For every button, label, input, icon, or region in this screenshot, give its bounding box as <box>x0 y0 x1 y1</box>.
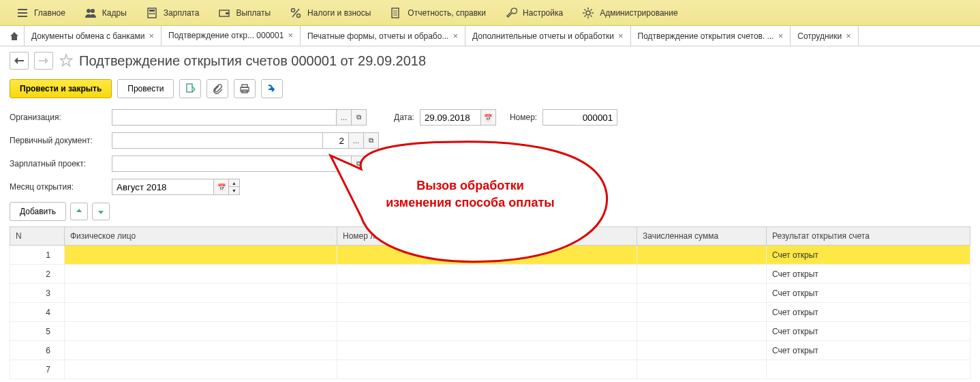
tab-confirmation2[interactable]: Подтверждение открытия счетов. ... × <box>631 26 791 46</box>
col-n[interactable]: N <box>10 227 65 246</box>
arrow-left-icon <box>14 57 24 64</box>
spinner-up[interactable]: ▲ <box>229 179 239 187</box>
wallet-icon <box>218 7 230 19</box>
calendar-button[interactable]: 📅 <box>481 109 496 126</box>
report-icon <box>390 7 402 19</box>
table-row[interactable]: 6 Счет открыт <box>10 341 970 360</box>
svg-rect-8 <box>151 13 153 14</box>
table-row[interactable]: 3 Счет открыт <box>10 284 970 303</box>
cell-account <box>337 303 637 322</box>
menu-label: Налоги и взносы <box>307 8 371 18</box>
date-label: Дата: <box>394 113 414 122</box>
menu-otchetnost[interactable]: Отчетность, справки <box>380 0 495 26</box>
menu-label: Администрирование <box>600 8 677 18</box>
svg-point-13 <box>297 14 301 17</box>
close-icon[interactable]: × <box>778 31 784 41</box>
cell-n: 3 <box>10 284 65 303</box>
gear-icon <box>582 7 594 19</box>
cell-person <box>65 341 337 360</box>
col-sum[interactable]: Зачисленная сумма <box>637 227 767 246</box>
post-button[interactable]: Провести <box>117 79 174 98</box>
process-button[interactable] <box>261 79 283 98</box>
svg-point-19 <box>586 11 590 15</box>
open-button[interactable]: ⧉ <box>352 156 367 172</box>
close-icon[interactable]: × <box>453 31 458 41</box>
cell-sum <box>637 322 767 341</box>
cell-n: 7 <box>10 360 65 379</box>
open-button[interactable]: ⧉ <box>352 109 367 126</box>
project-input[interactable] <box>112 156 352 172</box>
open-button[interactable]: ⧉ <box>364 132 379 149</box>
org-label: Организация: <box>10 113 105 122</box>
primdoc-input2[interactable] <box>323 132 349 149</box>
document-icon <box>185 83 196 94</box>
tab-label: Документы обмена с банками <box>31 31 144 41</box>
col-person[interactable]: Физическое лицо <box>65 227 337 246</box>
dots-button[interactable]: … <box>337 109 352 126</box>
close-icon[interactable]: × <box>846 31 851 41</box>
svg-point-4 <box>91 9 95 13</box>
menu-kadry[interactable]: Кадры <box>75 0 136 26</box>
menu-nalogi[interactable]: Налоги и взносы <box>280 0 380 26</box>
svg-rect-20 <box>187 84 192 92</box>
table-row[interactable]: 2 Счет открыт <box>10 265 970 284</box>
date-input[interactable] <box>420 109 481 126</box>
menu-main[interactable]: Главное <box>7 0 75 26</box>
wrench-icon <box>505 7 517 19</box>
home-tab[interactable] <box>4 26 25 46</box>
arrow-right-icon <box>39 57 48 64</box>
tab-employees[interactable]: Сотрудники × <box>791 26 859 46</box>
menu-zarplata[interactable]: Зарплата <box>136 0 209 26</box>
close-icon[interactable]: × <box>149 31 154 41</box>
tab-confirmation[interactable]: Подтверждение откр... 000001 × <box>162 26 301 46</box>
cell-n: 1 <box>10 246 65 265</box>
cell-account <box>337 341 637 360</box>
close-icon[interactable]: × <box>618 31 624 41</box>
paperclip-icon <box>212 83 223 94</box>
document-status-button[interactable] <box>179 79 201 98</box>
tab-bar: Документы обмена с банками × Подтвержден… <box>0 26 980 46</box>
menu-admin[interactable]: Администрирование <box>572 0 687 26</box>
add-button[interactable]: Добавить <box>10 202 66 221</box>
tab-documents[interactable]: Документы обмена с банками × <box>25 26 162 46</box>
move-down-button[interactable] <box>92 203 110 220</box>
arrow-down-icon <box>97 207 105 216</box>
forward-button[interactable] <box>34 52 53 70</box>
dots-button[interactable]: … <box>349 132 364 149</box>
menu-nastroika[interactable]: Настройка <box>495 0 572 26</box>
close-icon[interactable]: × <box>288 30 293 40</box>
table-row[interactable]: 4 Счет открыт <box>10 303 970 322</box>
spinner-down[interactable]: ▼ <box>229 187 239 194</box>
menu-vyplaty[interactable]: Выплаты <box>209 0 280 26</box>
top-menu-bar: Главное Кадры Зарплата Выплаты Налоги и … <box>0 0 980 26</box>
cell-n: 6 <box>10 341 65 360</box>
cell-sum <box>637 246 767 265</box>
print-button[interactable] <box>234 79 256 98</box>
people-icon <box>85 7 97 19</box>
table-row[interactable]: 5 Счет открыт <box>10 322 970 341</box>
table-row[interactable]: 1 Счет открыт <box>10 246 970 265</box>
org-input[interactable] <box>112 109 337 126</box>
calendar-button[interactable]: 📅 <box>214 179 229 195</box>
cell-person <box>65 246 337 265</box>
tab-print-forms[interactable]: Печатные формы, отчеты и обрабо... × <box>301 26 465 46</box>
col-result[interactable]: Результат открытия счета <box>767 227 970 246</box>
number-input[interactable] <box>542 109 617 126</box>
cell-person <box>65 303 337 322</box>
attach-button[interactable] <box>206 79 228 98</box>
tab-label: Сотрудники <box>797 31 842 41</box>
tab-extra-reports[interactable]: Дополнительные отчеты и обработки × <box>465 26 630 46</box>
back-button[interactable] <box>10 52 29 70</box>
cell-sum <box>637 360 767 379</box>
post-and-close-button[interactable]: Провести и закрыть <box>10 79 112 98</box>
primdoc-input[interactable] <box>112 132 323 149</box>
col-account[interactable]: Номер лицевого счета <box>337 227 637 246</box>
percent-icon <box>290 7 302 19</box>
star-icon[interactable] <box>59 53 74 68</box>
arrow-up-icon <box>75 207 83 216</box>
tab-label: Подтверждение открытия счетов. ... <box>638 31 774 41</box>
move-up-button[interactable] <box>70 203 88 220</box>
month-input[interactable] <box>112 179 214 195</box>
table-row[interactable]: 7 <box>10 360 970 379</box>
page-title: Подтверждение открытия счетов 000001 от … <box>79 53 426 69</box>
